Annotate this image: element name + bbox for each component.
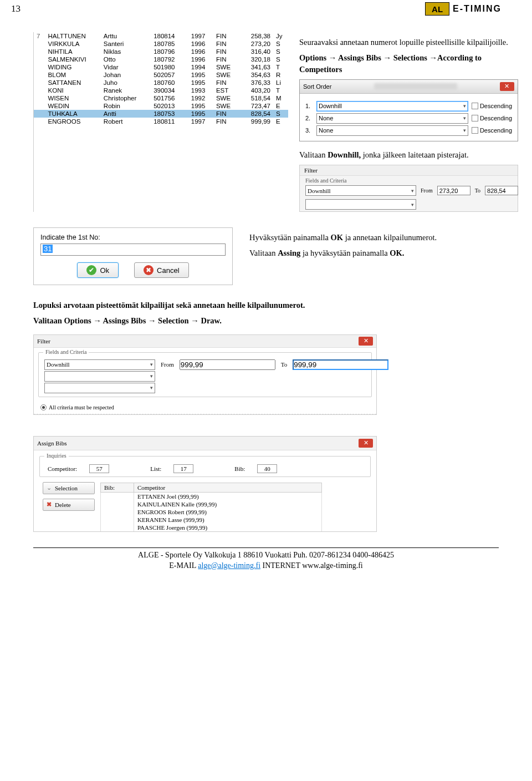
filter1-to-input[interactable] xyxy=(485,186,518,195)
table-row[interactable]: ENGROOSRobert1808111997FIN999,99E xyxy=(34,118,288,125)
close-icon[interactable]: ✕ xyxy=(500,82,514,91)
bib-table[interactable]: Bib:Competitor ETTANEN Joel (999,99)KAIN… xyxy=(100,483,371,531)
table-row[interactable]: WIDINGVidar5019801994SWE341,63T xyxy=(34,63,288,71)
list-label: List: xyxy=(150,465,161,472)
table-row[interactable]: 7HALTTUNENArttu1808141997FIN258,38Jy xyxy=(34,32,288,40)
bib-label: Bib: xyxy=(234,465,245,472)
chevron-down-icon: ▾ xyxy=(463,128,466,133)
sort-row: 2.None▾Descending xyxy=(305,113,512,124)
selection-button[interactable]: ⌄Selection xyxy=(43,482,95,494)
list-item[interactable]: ETTANEN Joel (999,99) xyxy=(101,492,322,500)
assign-title: Assign Bibs xyxy=(37,440,67,447)
radio-label: All criteria must be respected xyxy=(49,404,114,410)
filter2-to-input[interactable] xyxy=(293,359,388,370)
filter1-field-combo[interactable]: Downhill▾ xyxy=(305,185,416,196)
filter1-field2-combo[interactable]: ▾ xyxy=(305,199,416,210)
radio-all-criteria[interactable] xyxy=(40,404,47,410)
intro-p3: Valitaan Downhill, jonka jälkeen laiteta… xyxy=(299,149,518,160)
intro-p2: Options → Assings Bibs → Selections →Acc… xyxy=(299,52,518,75)
th-comp: Competitor xyxy=(134,483,322,492)
chevron-down-icon: ▾ xyxy=(150,362,153,367)
from-label: From xyxy=(421,187,433,194)
filter1-title: Filter xyxy=(300,165,518,176)
list-item[interactable]: ENGROOS Robert (999,99) xyxy=(101,508,322,516)
filter2-from-input[interactable] xyxy=(180,359,275,370)
sort-combo[interactable]: None▾ xyxy=(316,125,468,136)
cancel-icon: ✖ xyxy=(144,265,154,275)
table-row[interactable]: WEDINRobin5020131995SWE723,47E xyxy=(34,102,288,110)
descending-checkbox[interactable] xyxy=(472,103,478,109)
sort-order-dialog: Sort Order ✕ 1.Downhill▾Descending2.None… xyxy=(299,79,518,141)
table-row[interactable]: VIRKKULASanteri1807851996FIN273,20S xyxy=(34,40,288,48)
table-row[interactable]: SATTANENJuho1807601995FIN376,33Li xyxy=(34,79,288,87)
intro-p1: Seuraavaksi annetaan numerot lopuille pi… xyxy=(299,37,518,48)
filter-panel-2: Filter ✕ Fields and Criteria Downhill▾ F… xyxy=(33,334,377,415)
mid-p1: Lopuksi arvotaan pisteettömät kilpailija… xyxy=(33,300,499,311)
competitor-table[interactable]: 7HALTTUNENArttu1808141997FIN258,38JyVIRK… xyxy=(33,32,288,212)
competitor-label: Competitor: xyxy=(48,465,77,472)
competitor-value: 57 xyxy=(89,464,109,473)
indicate-label: Indicate the 1st No: xyxy=(40,234,226,241)
blur-region xyxy=(374,83,457,90)
sort-row: 3.None▾Descending xyxy=(305,125,512,136)
filter2-field-combo[interactable]: Downhill▾ xyxy=(44,359,155,370)
list-item[interactable]: PAASCHE Joergen (999,99) xyxy=(101,524,322,531)
chevron-down-icon: ▾ xyxy=(150,385,153,390)
list-item[interactable]: KERANEN Lasse (999,99) xyxy=(101,516,322,524)
ok-button[interactable]: ✔Ok xyxy=(77,262,119,278)
footer-line1: ALGE - Sportele Oy Valkokuja 1 88610 Vuo… xyxy=(33,550,499,561)
descending-checkbox[interactable] xyxy=(472,115,478,121)
list-item[interactable]: KAINULAINEN Kalle (999,99) xyxy=(101,500,322,508)
check-icon: ✔ xyxy=(86,265,96,275)
to-label: To xyxy=(281,361,287,368)
page-footer: ALGE - Sportele Oy Valkokuja 1 88610 Vuo… xyxy=(33,547,499,571)
table-row[interactable]: KONIRanek3900341993EST403,20T xyxy=(34,87,288,94)
chevron-down-icon: ⌄ xyxy=(47,484,52,491)
mid-p2: Valitaan Options → Assings Bibs → Select… xyxy=(33,315,499,326)
filter2-group: Fields and Criteria xyxy=(43,349,89,355)
sort-dialog-title: Sort Order xyxy=(303,83,331,90)
filter1-group: Fields and Criteria xyxy=(300,176,518,184)
from-label: From xyxy=(161,361,174,368)
filter2-field2-combo[interactable]: ▾ xyxy=(44,371,155,382)
chevron-down-icon: ▾ xyxy=(411,202,414,207)
email-link[interactable]: alge@alge-timing.fi xyxy=(198,561,260,570)
chevron-down-icon: ▾ xyxy=(411,188,414,194)
chevron-down-icon: ▾ xyxy=(150,373,153,379)
logo-text: E-TIMING xyxy=(453,4,502,14)
indicate-input[interactable]: 31 xyxy=(40,244,226,256)
indicate-no-dialog: Indicate the 1st No: 31 ✔Ok ✖Cancel xyxy=(33,227,233,285)
logo: AL E-TIMING xyxy=(425,2,502,16)
table-row[interactable]: SALMENKIVIOtto1807921996FIN320,18S xyxy=(34,55,288,63)
ok-p2: Valitaan Assing ja hyväksytään painamall… xyxy=(249,247,499,258)
list-value: 17 xyxy=(173,464,193,473)
sort-combo[interactable]: Downhill▾ xyxy=(316,101,468,111)
th-bib: Bib: xyxy=(101,483,134,492)
chevron-down-icon: ▾ xyxy=(463,103,466,109)
sort-combo[interactable]: None▾ xyxy=(316,113,468,124)
close-icon[interactable]: ✕ xyxy=(359,337,373,346)
filter-panel-1: Filter Fields and Criteria Downhill▾ Fro… xyxy=(299,165,518,212)
close-icon[interactable]: ✕ xyxy=(359,439,373,448)
table-row[interactable]: WISENChristopher5017561992SWE518,54M xyxy=(34,94,288,102)
filter2-field3-combo[interactable]: ▾ xyxy=(44,383,155,393)
filter1-from-input[interactable] xyxy=(437,186,470,195)
to-label: To xyxy=(475,187,480,194)
table-row[interactable]: TUHKALAAntti1807531995FIN828,54S xyxy=(34,110,288,118)
descending-checkbox[interactable] xyxy=(472,127,478,134)
delete-button[interactable]: ✖Delete xyxy=(43,499,95,511)
sort-row: 1.Downhill▾Descending xyxy=(305,101,512,111)
cancel-button[interactable]: ✖Cancel xyxy=(134,262,188,278)
assign-bibs-dialog: Assign Bibs ✕ Inquiries Competitor: 57 L… xyxy=(33,436,377,532)
ok-p1: Hyväksytään painamalla OK ja annetaan ki… xyxy=(249,232,499,243)
table-row[interactable]: BLOMJohan5020571995SWE354,63R xyxy=(34,71,288,79)
chevron-down-icon: ▾ xyxy=(463,115,466,121)
footer-line2: E-MAIL alge@alge-timing.fi INTERNET www.… xyxy=(33,561,499,571)
bib-value: 40 xyxy=(257,464,277,473)
table-row[interactable]: NIHTILANiklas1807961996FIN316,40S xyxy=(34,48,288,55)
filter2-title: Filter xyxy=(37,338,50,344)
delete-icon: ✖ xyxy=(47,501,52,508)
page-number: 13 xyxy=(11,3,21,14)
assign-group: Inquiries xyxy=(44,453,69,459)
